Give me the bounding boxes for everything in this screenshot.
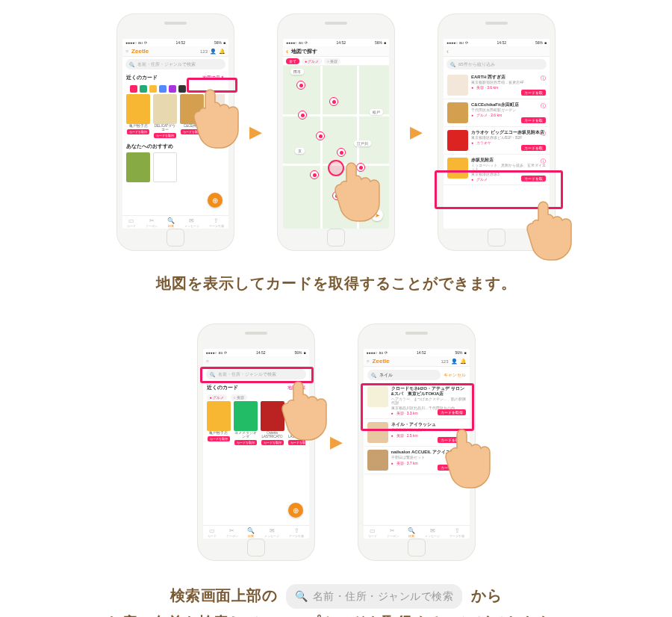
nav-data[interactable]: ⇪データ引越 bbox=[209, 217, 224, 228]
filter-input[interactable]: 🔍 65件から絞り込み bbox=[447, 59, 547, 69]
hamburger-icon[interactable]: ≡ bbox=[367, 359, 370, 364]
page-title: 地図で探す bbox=[291, 48, 317, 55]
locate-me-button[interactable]: ➤ bbox=[371, 209, 383, 221]
points-count: 123 bbox=[200, 49, 208, 54]
hamburger-icon[interactable]: ≡ bbox=[125, 49, 128, 54]
bell-icon[interactable]: 🔔 bbox=[460, 359, 467, 365]
nav-search[interactable]: 🔍検索 bbox=[408, 527, 415, 538]
info-icon[interactable]: ⓘ bbox=[541, 102, 546, 110]
category-icons bbox=[126, 84, 225, 94]
nav-cards[interactable]: ▭カード bbox=[368, 527, 377, 538]
nav-message[interactable]: ✉メッセージ bbox=[264, 527, 279, 538]
phone-home: ●●●●○au⟳ 14:52 56%■ ≡ Zeetle 123 👤 🔔 🔍 名… bbox=[116, 13, 234, 251]
list-item[interactable]: クロードモネH2O・アテュデ サロン&スパ 東京ビルTOKIA店ヘアカラー、まつ… bbox=[364, 383, 470, 419]
back-icon[interactable]: ‹ bbox=[286, 48, 288, 55]
info-icon[interactable]: ⓘ bbox=[541, 75, 546, 82]
near-card[interactable]: C&CE押上カードを取得 bbox=[180, 94, 204, 138]
status-bar: ●●●●○au⟳ 14:52 56%■ bbox=[364, 349, 470, 356]
map-poi[interactable] bbox=[329, 97, 338, 106]
view-on-map-link[interactable]: 地図で見る bbox=[202, 75, 225, 81]
list-item[interactable]: C&CEchikaFit永田町店千代田区永田町駅ガーデン●グルメ · 2.6 k… bbox=[444, 99, 550, 127]
nav-cards[interactable]: ▭カード bbox=[127, 217, 136, 228]
phone-frame: ●●●●○au⟳ 14:52 56%■ ≡ 🔍 名前・住所・ジャンルで検索 近く… bbox=[197, 323, 315, 561]
map-poi[interactable] bbox=[316, 131, 325, 140]
map-poi[interactable] bbox=[298, 111, 307, 120]
chip-beauty[interactable]: ○美容 bbox=[324, 58, 340, 64]
map-poi[interactable] bbox=[310, 170, 319, 179]
chip-beauty[interactable]: ○美容 bbox=[231, 394, 247, 400]
chip-all[interactable]: 全て bbox=[286, 58, 299, 64]
nav-coupon[interactable]: ✂クーポン bbox=[387, 527, 399, 538]
bell-icon[interactable]: 🔔 bbox=[219, 49, 225, 55]
near-card[interactable]: コメスタジオ ンダカードを取得 bbox=[234, 401, 258, 445]
nav-search[interactable]: 🔍検索 bbox=[167, 217, 175, 228]
get-card-button[interactable]: カードを取 bbox=[521, 90, 546, 96]
near-card[interactable]: Relaxation Aroma Salonカードを取得 bbox=[207, 94, 225, 138]
search-cancel[interactable]: キャンセル bbox=[444, 372, 466, 379]
search-icon: 🔍 bbox=[129, 62, 134, 67]
list-item[interactable]: カラオケ ビッグエコー赤坂見附本店東京都港区赤坂ビルB1F・B2F●カラオケ ⓘ… bbox=[444, 127, 550, 155]
nav-search[interactable]: 🔍検索 bbox=[247, 527, 255, 538]
near-card[interactable]: Ristorante LASTRICAT…カードを取得 bbox=[287, 401, 305, 445]
map-poi[interactable] bbox=[332, 191, 341, 200]
search-input[interactable]: 🔍 名前・住所・ジャンルで検索 bbox=[206, 369, 306, 379]
info-icon[interactable]: ⓘ bbox=[541, 130, 546, 137]
nav-coupon[interactable]: ✂クーポン bbox=[146, 217, 158, 228]
result-list: クロードモネH2O・アテュデ サロン&スパ 東京ビルTOKIA店ヘアカラー、まつ… bbox=[364, 383, 470, 525]
chip-gourmet[interactable]: ●グルメ bbox=[302, 58, 322, 64]
reco-card[interactable] bbox=[126, 152, 150, 182]
map-poi[interactable] bbox=[337, 148, 346, 157]
nav-message[interactable]: ✉メッセージ bbox=[425, 527, 440, 538]
screen: ●●●●○au⟳ 14:52 56%■ ≡ Zeetle 123 👤 🔔 🔍 bbox=[364, 349, 470, 539]
list-header: ‹ bbox=[444, 46, 550, 57]
list-item[interactable]: 赤坂見附店ミッコーハット、見附から徒歩、玄米ダイエット東京都港区赤坂3●グルメ … bbox=[444, 155, 550, 185]
near-card[interactable]: Osteria LASTRICATOカードを取得 bbox=[261, 401, 284, 445]
section-title: 近くのカード bbox=[207, 384, 238, 391]
app-logo: Zeetle bbox=[373, 358, 390, 365]
back-icon[interactable]: ‹ bbox=[447, 48, 449, 55]
nav-cards[interactable]: ▭カード bbox=[208, 527, 217, 538]
bottom-nav: ▭カード ✂クーポン 🔍検索 ✉メッセージ ⇪データ引越 bbox=[364, 525, 470, 539]
fab-button[interactable]: ⊕ bbox=[288, 503, 303, 518]
get-card-button[interactable]: カードを取得 bbox=[438, 409, 466, 415]
hamburger-icon[interactable]: ≡ bbox=[206, 359, 209, 364]
search-input[interactable]: 🔍 ネイル bbox=[367, 370, 441, 380]
chip-gourmet[interactable]: ●グルメ bbox=[207, 394, 227, 400]
nav-data[interactable]: ⇪データ引越 bbox=[289, 527, 304, 538]
tutorial-row-1: ●●●●○au⟳ 14:52 56%■ ≡ Zeetle 123 👤 🔔 🔍 名… bbox=[0, 13, 672, 251]
nav-message[interactable]: ✉メッセージ bbox=[184, 217, 199, 228]
get-card-button[interactable]: カードを取 bbox=[521, 145, 546, 151]
caption-2: 検索画面上部の 🔍 名前・住所・ジャンルで検索 から お店の名前を検索してショッ… bbox=[0, 582, 672, 617]
fab-button[interactable]: ⊕ bbox=[208, 193, 223, 208]
near-card[interactable]: DELICATダウコーカードを取得 bbox=[153, 94, 177, 138]
status-bar: ●●●●○au⟳ 14:52 56%■ bbox=[283, 39, 389, 46]
status-bar: ●●●●○au⟳ 14:52 56%■ bbox=[203, 349, 309, 356]
user-icon[interactable]: 👤 bbox=[451, 359, 458, 365]
map-place-label: 田市 bbox=[290, 69, 304, 75]
map-place-label: 江戸川 bbox=[354, 140, 371, 146]
view-on-map-link[interactable]: 地図で探 bbox=[287, 385, 305, 391]
screen: ●●●●○au⟳ 14:52 56%■ ‹ 🔍 65件から絞り込み EARTH … bbox=[444, 39, 550, 229]
list-item[interactable]: EARTH 西すぎ店東京都新宿区西早稲…百貨店4F●美容 · 3.6 km ⓘカ… bbox=[444, 72, 550, 99]
get-card-button[interactable]: カードを取得 bbox=[438, 465, 466, 471]
near-card[interactable]: 亀戸餃子店カードを取得 bbox=[207, 401, 231, 445]
search-input[interactable]: 🔍 名前・住所・ジャンルで検索 bbox=[125, 59, 225, 69]
list-item[interactable]: nailsalon ACCUEIL アクイユ荻窪店不明日は緊急セット●美容 · … bbox=[364, 447, 470, 474]
reco-card[interactable] bbox=[153, 152, 177, 182]
map-poi[interactable] bbox=[296, 81, 305, 90]
get-card-button[interactable]: カードを取得 bbox=[438, 437, 466, 443]
map-place-label: 松戸 bbox=[370, 109, 383, 115]
nav-data[interactable]: ⇪データ引越 bbox=[449, 527, 464, 538]
near-card[interactable]: 亀戸餃子店カードを取得 bbox=[126, 94, 150, 138]
get-card-button[interactable]: カードを取 bbox=[521, 176, 546, 182]
section-near: 近くのカード 地図で見る 亀戸餃子店カードを取得 DELICATダウコーカードを… bbox=[122, 72, 228, 140]
info-icon[interactable]: ⓘ bbox=[541, 158, 546, 165]
nav-coupon[interactable]: ✂クーポン bbox=[226, 527, 238, 538]
list-item[interactable]: ネイル・アイラッシュ東京都品川区北品川●美容 · 2.5 km カードを取得 bbox=[364, 419, 470, 447]
map-canvas[interactable]: 田市 松戸 京 江戸川 ➤ bbox=[283, 66, 389, 229]
map-poi[interactable] bbox=[356, 163, 365, 172]
section-title: 近くのカード bbox=[126, 74, 158, 81]
user-icon[interactable]: 👤 bbox=[210, 49, 217, 55]
get-card-button[interactable]: カードを取 bbox=[521, 117, 546, 123]
tutorial-row-2: ●●●●○au⟳ 14:52 56%■ ≡ 🔍 名前・住所・ジャンルで検索 近く… bbox=[0, 323, 672, 561]
